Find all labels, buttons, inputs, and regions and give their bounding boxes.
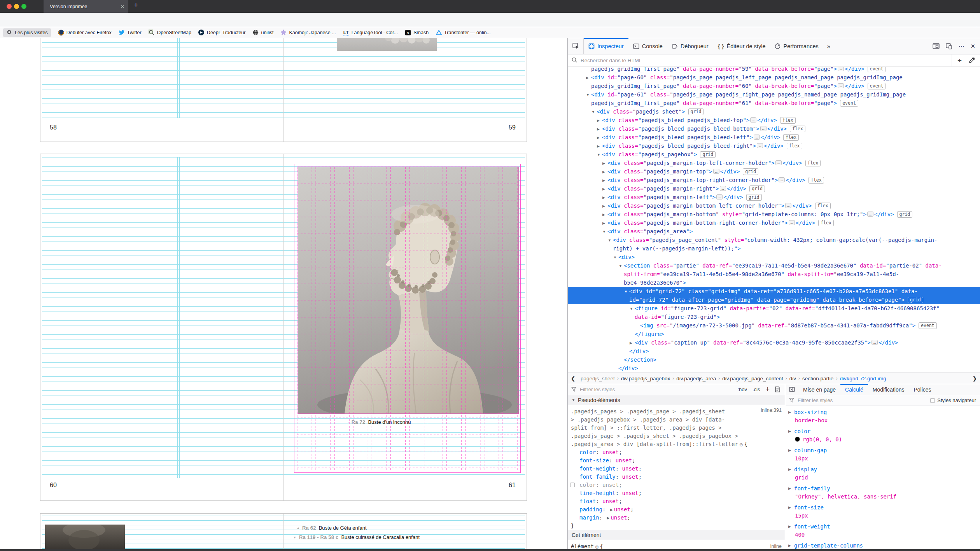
- twisty-icon[interactable]: ▶: [602, 159, 607, 168]
- twisty-icon[interactable]: ▼: [619, 262, 624, 270]
- layout-badge[interactable]: flex: [818, 220, 834, 226]
- tab-close-icon[interactable]: ✕: [121, 4, 124, 9]
- devtools-tab-performances[interactable]: Performances: [770, 38, 823, 54]
- computed-property[interactable]: ▶colorrgb(0, 0, 0): [786, 427, 980, 444]
- layout-badge[interactable]: flex: [787, 143, 802, 149]
- expand-pane-icon[interactable]: [786, 384, 798, 395]
- twisty-icon[interactable]: ▶: [602, 193, 607, 202]
- breadcrumb-scroll-left[interactable]: ❮: [568, 376, 578, 381]
- twisty-icon[interactable]: ▶: [788, 504, 791, 512]
- computed-property[interactable]: ▶font-size15px: [786, 504, 980, 520]
- hover-toggle[interactable]: :hov: [737, 387, 747, 392]
- add-node-button[interactable]: +: [957, 56, 962, 65]
- devtools-tab--diteur-de-style[interactable]: { }Éditeur de style: [713, 38, 770, 54]
- zoom-window-button[interactable]: [21, 4, 26, 9]
- browser-tab[interactable]: Version imprimée ✕: [44, 0, 128, 13]
- selector-target-icon[interactable]: ◎: [740, 441, 743, 447]
- twisty-icon[interactable]: ▶: [607, 516, 609, 520]
- computed-property[interactable]: ▶box-sizingborder-box: [786, 408, 980, 425]
- breadcrumb-item[interactable]: section.partie: [800, 376, 836, 381]
- html-tree-row[interactable]: right) + var(--pagedjs-margin-left));">: [568, 244, 980, 253]
- twisty-icon[interactable]: ▶: [788, 408, 791, 416]
- twisty-icon[interactable]: ▶: [788, 485, 791, 493]
- html-tree-row[interactable]: ▼<div id="grid-72" class="grid-img" data…: [568, 287, 980, 296]
- html-tree-row[interactable]: ▼<div class="pagedjs_pagebox">grid: [568, 150, 980, 159]
- computed-property[interactable]: ▶column-gap10px: [786, 446, 980, 463]
- twisty-icon[interactable]: ▶: [602, 202, 607, 210]
- css-declaration[interactable]: padding: ▶unset;: [568, 506, 785, 514]
- twisty-icon[interactable]: ▶: [602, 219, 607, 227]
- html-tree-row[interactable]: data-id="figure-723-grid">: [568, 313, 980, 321]
- css-declaration[interactable]: float: unset;: [568, 497, 785, 506]
- bookmark-item[interactable]: LTLanguageTool - Cor...: [343, 30, 398, 36]
- frames-icon[interactable]: [933, 43, 940, 49]
- twisty-icon[interactable]: ▶: [597, 133, 602, 142]
- breadcrumb-item[interactable]: div.pagedjs_area: [674, 376, 718, 381]
- html-tree-row[interactable]: id="grid-72" data-after-page="gridImg" d…: [568, 296, 980, 304]
- twisty-icon[interactable]: ▶: [602, 176, 607, 185]
- devtools-close-button[interactable]: ✕: [970, 43, 975, 50]
- ellipsis-pill[interactable]: …: [867, 212, 873, 217]
- ellipsis-pill[interactable]: …: [757, 143, 763, 148]
- browser-styles-toggle[interactable]: Styles navigateur: [930, 397, 980, 403]
- pseudo-elements-header[interactable]: ▼ Pseudo-éléments: [568, 395, 785, 405]
- html-tree-row[interactable]: ▶<div class="pagedjs_bleed pagedjs_bleed…: [568, 116, 980, 124]
- html-tree[interactable]: pagedjs_gridImg_first_page" data-page-nu…: [568, 67, 980, 373]
- layout-badge[interactable]: grid: [743, 168, 758, 175]
- twisty-icon[interactable]: ▼: [586, 91, 591, 99]
- css-declaration[interactable]: font-size: unset;: [568, 457, 785, 465]
- html-tree-row[interactable]: ▶<div class="pagedjs_bleed pagedjs_bleed…: [568, 124, 980, 133]
- bookmark-item[interactable]: SSmash: [405, 30, 429, 36]
- ellipsis-pill[interactable]: …: [775, 160, 782, 165]
- css-declaration[interactable]: color: unset;: [568, 448, 785, 457]
- twisty-icon[interactable]: ▼: [624, 287, 629, 296]
- html-tree-row[interactable]: ▶<div id="page-60" class="pagedjs_page p…: [568, 73, 980, 82]
- twisty-icon[interactable]: ▼: [602, 227, 607, 236]
- html-tree-row[interactable]: </section>: [568, 355, 980, 364]
- layout-badge[interactable]: flex: [790, 126, 805, 132]
- add-rule-button[interactable]: +: [765, 385, 770, 394]
- ellipsis-pill[interactable]: …: [760, 126, 766, 131]
- breadcrumb-item[interactable]: div.pagedjs_page_content: [720, 376, 786, 381]
- computed-property[interactable]: ▶font-family"Orkney", helvetica, sans-se…: [786, 485, 980, 501]
- breadcrumb-item[interactable]: div#grid-72.grid-img: [837, 376, 888, 381]
- layout-badge[interactable]: grid: [688, 108, 704, 115]
- layout-badge[interactable]: flex: [783, 134, 799, 141]
- ellipsis-pill[interactable]: …: [872, 340, 878, 345]
- twisty-icon[interactable]: ▶: [788, 427, 791, 436]
- layout-badge[interactable]: grid: [700, 151, 716, 158]
- sidebar-tab-modifications[interactable]: Modifications: [868, 384, 909, 395]
- layout-badge[interactable]: flex: [780, 117, 796, 124]
- close-window-button[interactable]: [7, 4, 12, 9]
- css-declaration[interactable]: font-family: unset;: [568, 473, 785, 481]
- html-tree-row[interactable]: ▼<div class="pagedjs_area">: [568, 227, 980, 236]
- computed-property[interactable]: ▶grid-template-columns38.0833px 38.0833p…: [786, 542, 980, 549]
- ellipsis-pill[interactable]: …: [716, 194, 723, 199]
- twisty-icon[interactable]: ▶: [597, 142, 602, 150]
- css-declaration[interactable]: font-weight: unset;: [568, 465, 785, 473]
- layout-badge[interactable]: flex: [805, 160, 821, 166]
- html-tree-row[interactable]: ▼<div class="pagedjs_page_content" style…: [568, 236, 980, 244]
- layout-badge[interactable]: grid: [746, 194, 762, 201]
- html-tree-row[interactable]: ▼<section class="partie" data-ref="ee39c…: [568, 261, 980, 270]
- bookmark-item[interactable]: Twitter: [119, 30, 142, 36]
- twisty-icon[interactable]: ▶: [788, 542, 791, 549]
- css-declaration[interactable]: line-height: unset;: [568, 489, 785, 497]
- layout-badge[interactable]: event: [919, 322, 937, 329]
- bookmark-item[interactable]: Transfonter — onlin...: [436, 30, 491, 36]
- layout-badge[interactable]: flex: [815, 203, 831, 209]
- html-tree-row[interactable]: pagedjs_gridImg_first_page" data-page-nu…: [568, 82, 980, 90]
- layout-badge[interactable]: event: [868, 83, 886, 89]
- twisty-icon[interactable]: ▶: [788, 446, 791, 455]
- html-tree-row[interactable]: ▼<div id="page-61" class="pagedjs_page p…: [568, 90, 980, 99]
- computed-property[interactable]: ▶displaygrid: [786, 465, 980, 482]
- html-tree-row[interactable]: pagedjs_gridImg_first_page" data-page-nu…: [568, 99, 980, 107]
- ellipsis-pill[interactable]: …: [779, 177, 785, 182]
- page-preview-pane[interactable]: 58 59: [0, 38, 567, 549]
- breadcrumb-item[interactable]: div: [787, 376, 798, 381]
- breadcrumb-item[interactable]: pagedjs_sheet: [578, 376, 617, 381]
- twisty-icon[interactable]: ▶: [610, 508, 613, 512]
- html-tree-row[interactable]: ▶<div class="pagedjs_margin-top">…</div>…: [568, 167, 980, 176]
- ellipsis-pill[interactable]: …: [720, 186, 726, 191]
- class-toggle[interactable]: .cls: [752, 387, 760, 392]
